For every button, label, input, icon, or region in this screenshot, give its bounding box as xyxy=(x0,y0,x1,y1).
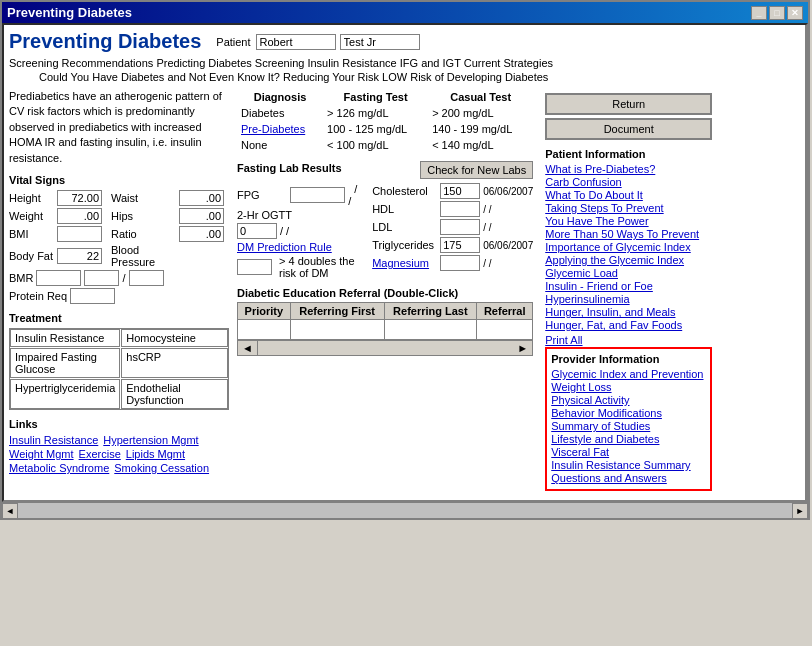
waist-input[interactable] xyxy=(179,190,224,206)
patient-first-name[interactable] xyxy=(256,34,336,50)
provider-link-3[interactable]: Behavior Modifications xyxy=(551,407,706,419)
patient-link-8[interactable]: Glycemic Load xyxy=(545,267,712,279)
ldl-input[interactable] xyxy=(440,219,480,235)
triglycerides-input[interactable] xyxy=(440,237,480,253)
close-button[interactable]: ✕ xyxy=(787,6,803,20)
referral-scroll-track[interactable] xyxy=(258,341,513,355)
provider-link-0[interactable]: Glycemic Index and Prevention xyxy=(551,368,706,380)
condition-diabetes: Diabetes xyxy=(237,105,323,121)
referral-nav-right[interactable]: ► xyxy=(513,341,532,355)
provider-link-1[interactable]: Weight Loss xyxy=(551,381,706,393)
patient-info-section: Patient Information What is Pre-Diabetes… xyxy=(545,148,712,346)
patient-link-1[interactable]: Carb Confusion xyxy=(545,176,712,188)
protein-req-input[interactable] xyxy=(70,288,115,304)
nav-predicting-diabetes[interactable]: Predicting Diabetes xyxy=(156,57,251,69)
return-button[interactable]: Return xyxy=(545,93,712,115)
lab-results-cols: FPG / / 2-Hr OGTT / / xyxy=(237,183,533,279)
page-title: Preventing Diabetes xyxy=(9,30,201,53)
patient-link-12[interactable]: Hunger, Fat, and Fav Foods xyxy=(545,319,712,331)
treatment-grid: Insulin Resistance Homocysteine Impaired… xyxy=(9,328,229,410)
provider-link-4[interactable]: Summary of Studies xyxy=(551,420,706,432)
left-column: Prediabetics have an atherogenic pattern… xyxy=(9,89,229,495)
pre-diabetes-link[interactable]: Pre-Diabetes xyxy=(241,123,305,135)
casual-prediabetes: 140 - 199 mg/dL xyxy=(428,121,533,137)
fasting-lab-section: Fasting Lab Results Check for New Labs F… xyxy=(237,161,533,279)
document-button[interactable]: Document xyxy=(545,118,712,140)
nav-screening-insulin-resistance[interactable]: Screening Insulin Resistance xyxy=(255,57,397,69)
magnesium-input[interactable] xyxy=(440,255,480,271)
dm-rule-row: > 4 doubles the risk of DM xyxy=(237,255,362,279)
scroll-track[interactable] xyxy=(18,503,792,518)
treatment-cell: Endothelial Dysfunction xyxy=(121,379,228,409)
link-exercise[interactable]: Exercise xyxy=(79,448,121,460)
provider-link-8[interactable]: Questions and Answers xyxy=(551,472,706,484)
print-all-link[interactable]: Print All xyxy=(545,334,712,346)
bp-input2[interactable] xyxy=(129,270,164,286)
patient-link-7[interactable]: Applying the Glycemic Index xyxy=(545,254,712,266)
middle-column: Diagnosis Fasting Test Casual Test Diabe… xyxy=(237,89,533,495)
provider-link-5[interactable]: Lifestyle and Diabetes xyxy=(551,433,706,445)
treatment-cell: Hypertriglyceridemia xyxy=(10,379,120,409)
provider-link-6[interactable]: Visceral Fat xyxy=(551,446,706,458)
nav-ifg-igt[interactable]: IFG and IGT xyxy=(400,57,461,69)
scroll-right-button[interactable]: ► xyxy=(792,503,808,519)
referral-nav-left[interactable]: ◄ xyxy=(238,341,258,355)
scroll-left-button[interactable]: ◄ xyxy=(2,503,18,519)
bp-input1[interactable] xyxy=(84,270,119,286)
nav-could-have-diabetes[interactable]: Could You Have Diabetes and Not Even Kno… xyxy=(39,71,280,83)
title-bar: Preventing Diabetes _ □ ✕ xyxy=(2,2,808,23)
dm-prediction-rule-link[interactable]: DM Prediction Rule xyxy=(237,241,362,253)
left-labs: FPG / / 2-Hr OGTT / / xyxy=(237,183,362,279)
provider-link-2[interactable]: Physical Activity xyxy=(551,394,706,406)
nav-reducing-risk[interactable]: Reducing Your Risk xyxy=(283,71,379,83)
hips-input[interactable] xyxy=(179,208,224,224)
patient-link-2[interactable]: What To Do About It xyxy=(545,189,712,201)
triglycerides-date: 06/06/2007 xyxy=(483,240,533,251)
provider-link-7[interactable]: Insulin Resistance Summary xyxy=(551,459,706,471)
link-metabolic-syndrome[interactable]: Metabolic Syndrome xyxy=(9,462,109,474)
patient-link-11[interactable]: Hunger, Insulin, and Meals xyxy=(545,306,712,318)
weight-input[interactable] xyxy=(57,208,102,224)
dm-value-input[interactable] xyxy=(237,259,272,275)
cholesterol-input[interactable] xyxy=(440,183,480,199)
hdl-input[interactable] xyxy=(440,201,480,217)
provider-info-title: Provider Information xyxy=(551,353,706,365)
magnesium-link[interactable]: Magnesium xyxy=(372,257,437,269)
patient-link-4[interactable]: You Have The Power xyxy=(545,215,712,227)
body-fat-label: Body Fat xyxy=(9,250,53,262)
triglycerides-label: Triglycerides xyxy=(372,239,437,251)
bmr-input[interactable] xyxy=(36,270,81,286)
diagnosis-section: Diagnosis Fasting Test Casual Test Diabe… xyxy=(237,89,533,153)
treatment-cell: Insulin Resistance xyxy=(10,329,120,347)
patient-link-5[interactable]: More Than 50 Ways To Prevent xyxy=(545,228,712,240)
nav-screening-recommendations[interactable]: Screening Recommendations xyxy=(9,57,153,69)
minimize-button[interactable]: _ xyxy=(751,6,767,20)
vital-signs-title: Vital Signs xyxy=(9,174,229,186)
link-lipids-mgmt[interactable]: Lipids Mgmt xyxy=(126,448,185,460)
patient-link-9[interactable]: Insulin - Friend or Foe xyxy=(545,280,712,292)
waist-label: Waist xyxy=(111,192,175,204)
maximize-button[interactable]: □ xyxy=(769,6,785,20)
patient-last-name[interactable] xyxy=(340,34,420,50)
body-fat-input[interactable] xyxy=(57,248,102,264)
link-hypertension-mgmt[interactable]: Hypertension Mgmt xyxy=(103,434,198,446)
patient-link-0[interactable]: What is Pre-Diabetes? xyxy=(545,163,712,175)
nav-low-risk[interactable]: LOW Risk of Developing Diabetes xyxy=(382,71,548,83)
fpg-row: FPG / / xyxy=(237,183,362,207)
check-new-labs-button[interactable]: Check for New Labs xyxy=(420,161,533,179)
referral-col-referral: Referral xyxy=(477,303,533,320)
casual-test-header: Casual Test xyxy=(428,89,533,105)
patient-link-6[interactable]: Importance of Glycemic Index xyxy=(545,241,712,253)
height-input[interactable] xyxy=(57,190,102,206)
cholesterol-label: Cholesterol xyxy=(372,185,437,197)
ratio-input[interactable] xyxy=(179,226,224,242)
patient-link-10[interactable]: Hyperinsulinemia xyxy=(545,293,712,305)
ogtt-input[interactable] xyxy=(237,223,277,239)
fpg-input[interactable] xyxy=(290,187,345,203)
patient-link-3[interactable]: Taking Steps To Prevent xyxy=(545,202,712,214)
nav-current-strategies[interactable]: Current Strategies xyxy=(464,57,553,69)
link-smoking-cessation[interactable]: Smoking Cessation xyxy=(114,462,209,474)
link-insulin-resistance[interactable]: Insulin Resistance xyxy=(9,434,98,446)
link-weight-mgmt[interactable]: Weight Mgmt xyxy=(9,448,74,460)
bmi-input[interactable] xyxy=(57,226,102,242)
